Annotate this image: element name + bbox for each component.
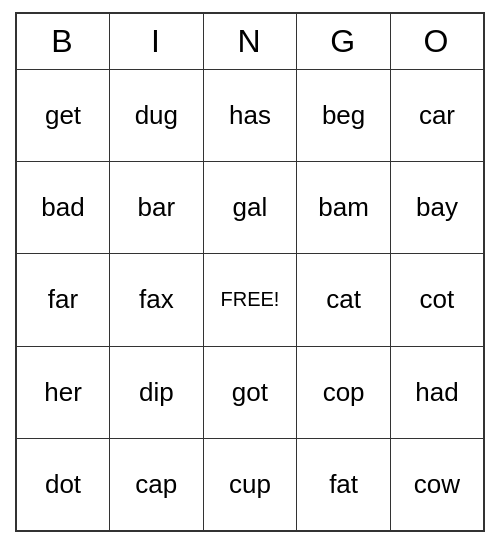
header-row: B I N G O bbox=[16, 13, 484, 69]
cell-r4c3: fat bbox=[297, 439, 391, 531]
cell-r0c1: dug bbox=[110, 69, 204, 161]
cell-r4c1: cap bbox=[110, 439, 204, 531]
header-n: N bbox=[203, 13, 297, 69]
cell-r3c4: had bbox=[390, 346, 484, 438]
bingo-card: B I N G O getdughasbegcarbadbargalbambay… bbox=[15, 12, 485, 532]
cell-r2c1: fax bbox=[110, 254, 204, 346]
cell-r1c2: gal bbox=[203, 161, 297, 253]
cell-r3c0: her bbox=[16, 346, 110, 438]
cell-r2c4: cot bbox=[390, 254, 484, 346]
header-o: O bbox=[390, 13, 484, 69]
table-row: badbargalbambay bbox=[16, 161, 484, 253]
cell-r1c1: bar bbox=[110, 161, 204, 253]
header-g: G bbox=[297, 13, 391, 69]
cell-r1c3: bam bbox=[297, 161, 391, 253]
cell-r3c3: cop bbox=[297, 346, 391, 438]
cell-r0c2: has bbox=[203, 69, 297, 161]
cell-r2c0: far bbox=[16, 254, 110, 346]
table-row: herdipgotcophad bbox=[16, 346, 484, 438]
cell-r4c0: dot bbox=[16, 439, 110, 531]
cell-r4c2: cup bbox=[203, 439, 297, 531]
cell-r1c4: bay bbox=[390, 161, 484, 253]
table-row: getdughasbegcar bbox=[16, 69, 484, 161]
cell-r1c0: bad bbox=[16, 161, 110, 253]
cell-r3c1: dip bbox=[110, 346, 204, 438]
cell-r0c0: get bbox=[16, 69, 110, 161]
cell-r0c4: car bbox=[390, 69, 484, 161]
table-row: dotcapcupfatcow bbox=[16, 439, 484, 531]
cell-r3c2: got bbox=[203, 346, 297, 438]
header-i: I bbox=[110, 13, 204, 69]
cell-r4c4: cow bbox=[390, 439, 484, 531]
header-b: B bbox=[16, 13, 110, 69]
cell-r2c2: FREE! bbox=[203, 254, 297, 346]
cell-r0c3: beg bbox=[297, 69, 391, 161]
cell-r2c3: cat bbox=[297, 254, 391, 346]
table-row: farfaxFREE!catcot bbox=[16, 254, 484, 346]
